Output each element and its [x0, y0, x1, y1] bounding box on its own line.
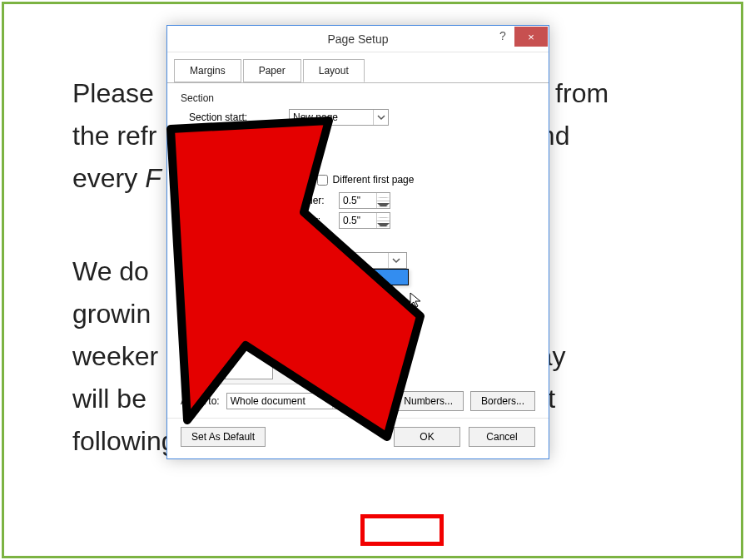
set-as-default-button[interactable]: Set As Default [181, 427, 266, 447]
help-button[interactable]: ? [492, 29, 514, 47]
different-first-page-label: Different first page [333, 174, 415, 186]
tab-paper[interactable]: Paper [243, 59, 301, 82]
bg-text-italic: F [145, 163, 161, 193]
different-odd-even-label: Different odd and even [205, 174, 305, 186]
bg-text: will be [72, 384, 147, 414]
apply-to-label: Apply to: [181, 395, 220, 407]
headers-footers-label: Headers and footers [181, 156, 535, 167]
ok-button[interactable]: OK [394, 427, 460, 447]
section-group-label: Section [181, 92, 535, 104]
tab-margins[interactable]: Margins [174, 59, 241, 82]
header-spinner[interactable] [339, 192, 390, 209]
footer-label: Footer: [289, 215, 339, 226]
preview-label: Preview [181, 299, 535, 310]
footer-value[interactable] [340, 213, 376, 228]
spinner-down-icon[interactable] [377, 201, 390, 209]
bg-text: growin [72, 299, 151, 329]
dialog-footer: Set As Default OK Cancel [167, 418, 549, 458]
vertical-alignment-label: Verti [181, 255, 289, 266]
bg-text: We do [72, 256, 149, 286]
different-odd-even-checkbox[interactable] [189, 175, 200, 186]
page-frame: Please od from the refr y and every F We… [2, 2, 743, 558]
dropdown-option-top[interactable]: Top [290, 270, 408, 285]
line-numbers-button[interactable]: Line Numbers... [371, 391, 464, 411]
section-start-value[interactable] [290, 110, 373, 125]
chevron-down-icon[interactable] [373, 110, 388, 125]
tab-strip: Margins Paper Layout [167, 52, 549, 83]
borders-button[interactable]: Borders... [470, 391, 535, 411]
suppress-endnotes-checkbox [189, 133, 200, 144]
suppress-endnotes-label: Suppress endnotes [205, 132, 291, 144]
section-start-combo[interactable] [289, 109, 389, 126]
bg-text: weeker [72, 341, 158, 371]
different-first-page-checkbox[interactable] [317, 175, 328, 186]
bg-text: the refr [72, 121, 156, 151]
page-group-label: Pag [181, 237, 535, 249]
preview-page-icon [225, 320, 273, 379]
bg-text: every [72, 163, 145, 193]
layout-pane: Section Section start: Suppress endnotes… [167, 82, 549, 418]
spinner-up-icon[interactable] [377, 213, 390, 221]
spinner-up-icon[interactable] [377, 193, 390, 201]
bg-text: Please [72, 78, 154, 108]
section-start-label: Section start: [181, 112, 289, 123]
from-edge-label: From edge: [181, 195, 289, 206]
footer-spinner[interactable] [339, 212, 390, 229]
vertical-alignment-value[interactable] [290, 253, 388, 268]
apply-to-value[interactable] [227, 394, 332, 409]
vertical-alignment-dropdown[interactable]: Top [289, 269, 409, 285]
apply-to-combo[interactable] [226, 393, 351, 409]
close-icon: × [528, 31, 534, 43]
vertical-alignment-combo[interactable] [289, 252, 407, 269]
cancel-button[interactable]: Cancel [469, 427, 535, 447]
tab-layout[interactable]: Layout [303, 59, 365, 82]
dialog-titlebar[interactable]: Page Setup ? × [167, 26, 549, 52]
header-label: Header: [289, 195, 339, 206]
chevron-down-icon[interactable] [332, 394, 347, 409]
spinner-down-icon[interactable] [377, 221, 390, 229]
page-setup-dialog: Page Setup ? × Margins Paper Layout Sect… [166, 25, 549, 459]
cursor-icon [410, 292, 423, 309]
chevron-down-icon[interactable] [388, 253, 403, 268]
header-value[interactable] [340, 193, 376, 208]
close-button[interactable]: × [514, 27, 548, 47]
preview-box [206, 314, 322, 384]
